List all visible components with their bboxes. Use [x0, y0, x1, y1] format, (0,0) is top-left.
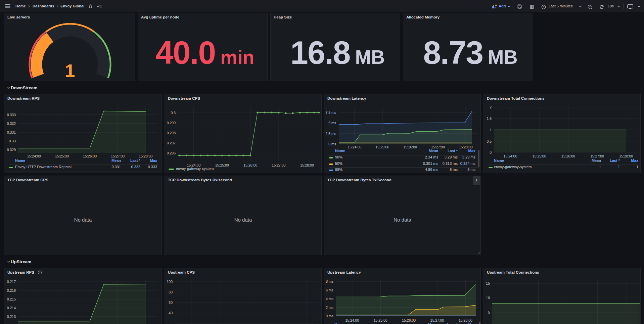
svg-text:15:27:00: 15:27:00: [430, 318, 444, 322]
svg-text:60: 60: [169, 300, 173, 305]
svg-text:1: 1: [65, 60, 75, 81]
svg-text:15:24:00: 15:24:00: [345, 318, 359, 322]
svg-text:0.331: 0.331: [7, 130, 16, 134]
svg-text:15:26:00: 15:26:00: [83, 154, 97, 158]
svg-text:0.333: 0.333: [7, 113, 16, 117]
svg-text:0.214: 0.214: [7, 306, 16, 310]
svg-text:0.298: 0.298: [167, 131, 176, 135]
svg-text:0.3: 0.3: [171, 111, 176, 115]
svg-text:0.332: 0.332: [7, 122, 16, 126]
svg-text:15:25:00: 15:25:00: [533, 154, 546, 158]
svg-text:40.0min: 40.0min: [155, 35, 254, 71]
svg-text:16.8MB: 16.8MB: [290, 35, 385, 71]
svg-text:15:27:00: 15:27:00: [111, 154, 125, 158]
svg-text:15:24:00: 15:24:00: [503, 154, 517, 158]
svg-text:15:24:00: 15:24:00: [348, 145, 361, 149]
svg-text:4 ms: 4 ms: [326, 297, 333, 301]
svg-text:0: 0: [490, 150, 492, 154]
svg-text:15:26:00: 15:26:00: [402, 318, 416, 322]
svg-text:10: 10: [486, 296, 490, 300]
svg-text:5: 5: [488, 310, 490, 314]
svg-text:15:24:00: 15:24:00: [27, 154, 41, 158]
svg-text:2.5 ms: 2.5 ms: [325, 132, 336, 136]
svg-text:0.299: 0.299: [167, 121, 176, 125]
svg-text:100: 100: [167, 280, 173, 284]
svg-text:15:28:00: 15:28:00: [139, 154, 153, 158]
svg-text:0.213: 0.213: [7, 315, 16, 319]
svg-text:15:28:00: 15:28:00: [300, 163, 314, 167]
svg-text:0.216: 0.216: [7, 288, 16, 292]
svg-text:2: 2: [490, 105, 492, 109]
svg-text:15:25:00: 15:25:00: [55, 154, 69, 158]
svg-text:80: 80: [169, 290, 173, 294]
svg-text:0.33: 0.33: [9, 139, 16, 143]
svg-text:0.5: 0.5: [487, 139, 492, 143]
svg-text:0.296: 0.296: [167, 151, 176, 155]
svg-text:8.73MB: 8.73MB: [423, 35, 518, 71]
svg-text:0.297: 0.297: [167, 141, 176, 145]
svg-text:0 ms: 0 ms: [326, 314, 333, 318]
svg-text:0.217: 0.217: [7, 280, 16, 284]
svg-text:15:25:00: 15:25:00: [374, 318, 387, 322]
svg-text:7.5 ms: 7.5 ms: [325, 110, 336, 114]
svg-text:1.5: 1.5: [487, 117, 492, 121]
svg-text:6 ms: 6 ms: [326, 288, 333, 292]
svg-text:15:25:00: 15:25:00: [375, 145, 389, 149]
svg-text:0.215: 0.215: [7, 297, 16, 301]
svg-text:15:28:00: 15:28:00: [619, 154, 633, 158]
svg-text:15:27:00: 15:27:00: [272, 163, 286, 167]
svg-text:1: 1: [490, 128, 492, 132]
svg-text:0.329: 0.329: [7, 148, 16, 152]
svg-text:40: 40: [169, 311, 173, 315]
svg-text:15: 15: [486, 281, 490, 285]
svg-text:8 ms: 8 ms: [326, 279, 333, 283]
svg-text:15:28:00: 15:28:00: [459, 318, 472, 322]
svg-text:15:26:00: 15:26:00: [403, 145, 417, 149]
svg-text:2 ms: 2 ms: [326, 306, 333, 310]
svg-text:0 ms: 0 ms: [328, 142, 336, 146]
svg-text:15:26:00: 15:26:00: [561, 154, 575, 158]
svg-text:5 ms: 5 ms: [328, 121, 336, 125]
svg-text:15:26:00: 15:26:00: [243, 163, 257, 167]
svg-text:15:27:00: 15:27:00: [590, 154, 604, 158]
svg-text:15:25:00: 15:25:00: [215, 163, 229, 167]
